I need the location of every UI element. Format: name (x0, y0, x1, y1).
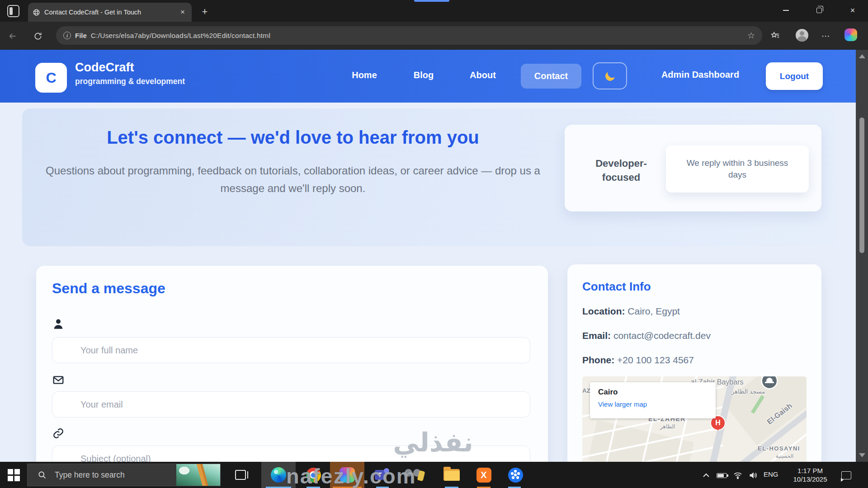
brand-tagline: programming & development (75, 77, 185, 86)
nav-contact-active[interactable]: Contact (521, 64, 581, 89)
map-label-district2-ar: الحسينية (776, 453, 793, 459)
address-bar[interactable]: i File C:/Users/elsa7aby/Downloads/Last%… (56, 26, 762, 45)
browser-toolbar: i File C:/Users/elsa7aby/Downloads/Last%… (0, 22, 868, 50)
clock[interactable]: 1:17 PM 10/13/2025 (785, 466, 835, 483)
network-icon[interactable] (731, 470, 744, 481)
favorites-icon[interactable] (769, 29, 782, 42)
nav-blog[interactable]: Blog (414, 70, 434, 80)
taskbar-search[interactable]: Type here to search (27, 464, 221, 486)
chrome-icon (306, 468, 321, 483)
language-indicator[interactable]: ENG (764, 470, 778, 478)
taskbar: Type here to search T X (0, 462, 868, 488)
info-icon[interactable]: i (63, 32, 71, 39)
teams-icon: T (375, 468, 389, 482)
taskbar-edge[interactable] (261, 462, 296, 488)
email-input[interactable] (52, 391, 530, 418)
close-button[interactable]: × (843, 3, 863, 18)
person-icon (52, 318, 64, 330)
moon-icon (604, 70, 616, 82)
copilot-app-icon (340, 467, 355, 483)
minimize-button[interactable] (776, 3, 796, 18)
taskbar-file-explorer[interactable] (436, 462, 467, 488)
tab-close-icon[interactable]: × (178, 8, 187, 17)
badge-reply-time: We reply within 3 business days (666, 145, 809, 192)
new-tab-icon[interactable]: + (199, 6, 211, 18)
theme-toggle-button[interactable] (593, 62, 627, 89)
more-menu-icon[interactable]: ⋯ (819, 29, 833, 42)
tab-loading-indicator (414, 0, 449, 2)
obscured-app-icon (405, 468, 423, 482)
tray-chevron-icon[interactable] (700, 470, 712, 481)
nav-home[interactable]: Home (352, 70, 377, 80)
task-view-icon[interactable] (233, 468, 248, 482)
page-viewport: C CodeCraft programming & development Ho… (0, 50, 856, 462)
battery-icon[interactable] (715, 470, 728, 481)
hero-subtitle: Questions about programming, feedback on… (40, 162, 546, 197)
nav-admin-dashboard[interactable]: Admin Dashboard (656, 70, 745, 80)
scheme-label: File (75, 32, 87, 39)
start-button[interactable] (0, 462, 27, 488)
map-label-district2: EL-HOSAYNI (758, 445, 800, 452)
copilot-icon[interactable] (844, 28, 857, 41)
site-header: C CodeCraft programming & development Ho… (0, 50, 856, 103)
volume-icon[interactable] (747, 470, 760, 481)
email-row: Email: contact@codecraft.dev (582, 330, 711, 341)
map-place-name: Cairo (598, 388, 708, 397)
browser-tab[interactable]: Contact CodeCraft - Get in Touch × (28, 3, 192, 22)
back-icon[interactable] (6, 30, 19, 42)
contact-info-card: Contact Info Location: Cairo, Egypt Emai… (567, 264, 821, 462)
map-embed[interactable]: al Zahir Baybars مسجد الظاهر AZ EL-ZAHER… (582, 376, 807, 462)
search-icon (38, 470, 47, 479)
bing-daily-image[interactable] (176, 464, 220, 486)
screen: Contact CodeCraft - Get in Touch × + × i… (0, 0, 868, 488)
xampp-icon: X (476, 468, 491, 483)
page-scrollbar[interactable] (856, 50, 868, 462)
brand-initial: C (46, 70, 56, 86)
link-icon (52, 427, 64, 439)
contact-info-title: Contact Info (582, 280, 651, 294)
map-label-fragment: AZ (582, 387, 590, 394)
brand-logo[interactable]: C (35, 63, 67, 93)
phone-row: Phone: +20 100 123 4567 (582, 355, 694, 366)
taskbar-copilot[interactable] (330, 462, 364, 488)
location-row: Location: Cairo, Egypt (582, 306, 680, 317)
scroll-up-icon[interactable] (859, 54, 865, 58)
name-input[interactable] (52, 337, 530, 363)
tab-actions-icon[interactable] (7, 5, 19, 17)
form-title: Send a message (52, 280, 165, 297)
refresh-icon[interactable] (32, 30, 44, 42)
windows-icon (8, 469, 20, 481)
notification-icon[interactable] (840, 470, 853, 481)
map-label-poi-ar: مسجد الظاهر (731, 388, 765, 395)
taskbar-chrome[interactable] (297, 462, 329, 488)
scrollbar-thumb[interactable] (859, 117, 864, 253)
scroll-down-icon[interactable] (859, 453, 865, 457)
media-player-icon (508, 468, 523, 483)
taskbar-teams[interactable]: T (367, 462, 397, 488)
tab-title: Contact CodeCraft - Get in Touch (44, 9, 174, 16)
browser-tab-bar: Contact CodeCraft - Get in Touch × + × (0, 0, 868, 22)
taskbar-xampp[interactable]: X (470, 462, 497, 488)
map-info-card: Cairo View larger map (590, 382, 716, 418)
url-text[interactable]: C:/Users/elsa7aby/Downloads/Last%20Edit/… (91, 32, 743, 40)
tray-time: 1:17 PM (785, 466, 835, 475)
logout-button[interactable]: Logout (766, 62, 823, 90)
map-label-district-ar: الظاهر (660, 423, 675, 430)
view-larger-map-link[interactable]: View larger map (598, 400, 647, 408)
restore-button[interactable] (809, 3, 829, 18)
hero-title: Let's connect — we'd love to hear from y… (40, 127, 546, 148)
edge-icon (271, 467, 286, 483)
taskbar-obscured-app[interactable] (398, 462, 429, 488)
brand-name: CodeCraft (75, 61, 134, 75)
bookmark-star-icon[interactable]: ☆ (747, 30, 755, 41)
tray-date: 10/13/2025 (785, 475, 835, 483)
subject-input[interactable] (52, 446, 530, 462)
envelope-icon (52, 374, 64, 386)
taskbar-media-player[interactable] (501, 462, 530, 488)
folder-icon (443, 469, 460, 481)
contact-form-card: Send a message (36, 266, 548, 462)
nav-about[interactable]: About (470, 70, 496, 80)
badge-developer-focused: Developer-focused (591, 156, 651, 184)
globe-icon (33, 9, 40, 16)
profile-avatar[interactable] (796, 29, 808, 42)
